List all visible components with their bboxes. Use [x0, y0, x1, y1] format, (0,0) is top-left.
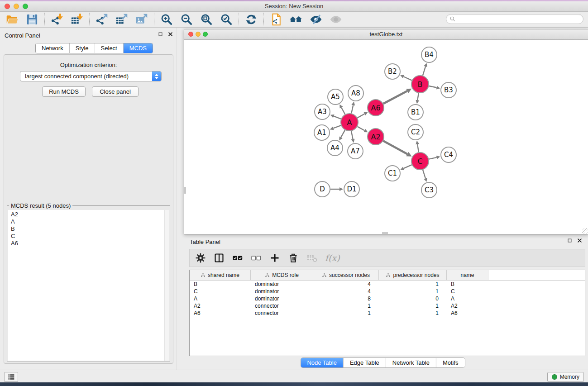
- table-cell[interactable]: 1: [379, 310, 447, 316]
- run-mcds-button[interactable]: Run MCDS: [42, 86, 86, 97]
- table-cell[interactable]: 1: [379, 281, 447, 287]
- maximize-window-button[interactable]: [23, 4, 28, 9]
- close-panel-icon[interactable]: [168, 32, 173, 37]
- result-scrollbar[interactable]: [164, 210, 169, 361]
- export-network-icon[interactable]: [96, 13, 108, 26]
- table-row[interactable]: Cdominator41C: [190, 288, 585, 295]
- table-cell[interactable]: A2: [190, 303, 251, 309]
- mcds-result-item[interactable]: A: [8, 218, 169, 225]
- network-window-titlebar[interactable]: testGlobe.txt: [184, 29, 588, 40]
- graph-node-B[interactable]: B: [411, 76, 429, 93]
- table-row[interactable]: Adominator80A: [190, 295, 585, 302]
- table-cell[interactable]: 4: [313, 288, 379, 295]
- close-panel-button[interactable]: Close panel: [92, 86, 139, 97]
- tab-node-table[interactable]: Node Table: [301, 358, 343, 367]
- memory-button[interactable]: Memory: [547, 372, 584, 382]
- select-all-columns-icon[interactable]: [232, 253, 243, 263]
- unselect-all-columns-icon[interactable]: [251, 253, 262, 263]
- table-cell[interactable]: A6: [447, 310, 488, 316]
- task-history-button[interactable]: [5, 372, 18, 382]
- graph-node-A5[interactable]: A5: [328, 89, 343, 105]
- graph-node-D[interactable]: D: [315, 181, 330, 197]
- home-icon[interactable]: [290, 13, 302, 26]
- table-cell[interactable]: 1: [313, 303, 379, 309]
- graph-node-A8[interactable]: A8: [348, 86, 363, 101]
- table-cell[interactable]: connector: [251, 310, 313, 316]
- zoom-fit-icon[interactable]: [200, 13, 213, 26]
- show-graphics-icon[interactable]: [330, 13, 342, 26]
- save-session-icon[interactable]: [26, 13, 38, 26]
- zoom-selected-icon[interactable]: [220, 13, 233, 26]
- network-minimize-button[interactable]: [196, 32, 201, 37]
- column-header-MCDS-role[interactable]: MCDS role: [251, 270, 313, 280]
- tab-network-table[interactable]: Network Table: [386, 358, 436, 367]
- tab-mcds[interactable]: MCDS: [123, 43, 153, 53]
- tab-edge-table[interactable]: Edge Table: [343, 358, 386, 367]
- show-columns-icon[interactable]: [214, 253, 225, 263]
- column-header-shared-name[interactable]: shared name: [190, 270, 251, 280]
- close-window-button[interactable]: [5, 4, 10, 9]
- graph-node-A[interactable]: A: [341, 114, 358, 131]
- open-session-file-icon[interactable]: [270, 13, 282, 26]
- mcds-result-item[interactable]: A2: [8, 211, 169, 218]
- table-cell[interactable]: 1: [379, 288, 447, 295]
- table-cell[interactable]: 0: [379, 295, 447, 302]
- zoom-out-icon[interactable]: [180, 13, 193, 26]
- function-builder-icon[interactable]: f(x): [325, 253, 340, 263]
- hide-graphics-icon[interactable]: [310, 13, 322, 26]
- table-cell[interactable]: connector: [251, 303, 313, 309]
- table-row[interactable]: Bdominator41B: [190, 281, 585, 288]
- network-maximize-button[interactable]: [203, 32, 208, 37]
- column-header-predecessor-nodes[interactable]: predecessor nodes: [379, 270, 447, 280]
- float-panel-icon[interactable]: [567, 238, 572, 243]
- export-image-icon[interactable]: [135, 13, 148, 26]
- table-cell[interactable]: C: [447, 288, 488, 295]
- table-cell[interactable]: A: [447, 295, 488, 302]
- search-input[interactable]: [456, 15, 580, 23]
- graph-node-C[interactable]: C: [411, 152, 429, 170]
- close-panel-icon[interactable]: [577, 238, 582, 243]
- table-cell[interactable]: A6: [190, 310, 251, 316]
- tab-motifs[interactable]: Motifs: [436, 358, 465, 367]
- search-field[interactable]: [446, 14, 583, 24]
- import-table-icon[interactable]: [71, 13, 83, 26]
- optimization-criterion-dropdown[interactable]: largest connected component (directed): [20, 71, 162, 81]
- graph-node-B1[interactable]: B1: [408, 105, 423, 120]
- graph-node-A1[interactable]: A1: [314, 125, 330, 140]
- mcds-result-item[interactable]: C: [8, 233, 169, 240]
- float-panel-icon[interactable]: [158, 32, 163, 37]
- graph-node-D1[interactable]: D1: [344, 181, 359, 197]
- column-header-successor-nodes[interactable]: successor nodes: [313, 270, 379, 280]
- table-cell[interactable]: A2: [447, 303, 488, 309]
- table-cell[interactable]: 1: [379, 303, 447, 309]
- table-cell[interactable]: C: [190, 288, 251, 295]
- tab-select[interactable]: Select: [95, 43, 123, 53]
- tab-network[interactable]: Network: [36, 43, 69, 53]
- graph-node-B3[interactable]: B3: [441, 82, 456, 98]
- graph-node-C4[interactable]: C4: [441, 147, 456, 162]
- refresh-icon[interactable]: [245, 13, 258, 26]
- table-cell[interactable]: dominator: [251, 288, 313, 295]
- export-table-icon[interactable]: [115, 13, 128, 26]
- mcds-result-item[interactable]: A6: [8, 240, 169, 247]
- tab-style[interactable]: Style: [69, 43, 95, 53]
- vertical-scroll-thumb[interactable]: [184, 187, 186, 194]
- network-close-button[interactable]: [188, 32, 193, 37]
- mcds-result-item[interactable]: B: [8, 225, 169, 233]
- table-cell[interactable]: 8: [313, 295, 379, 302]
- table-cell[interactable]: 4: [313, 281, 379, 287]
- graph-node-A7[interactable]: A7: [348, 143, 363, 159]
- graph-node-C1[interactable]: C1: [385, 166, 400, 181]
- table-cell[interactable]: B: [447, 281, 488, 287]
- table-cell[interactable]: A: [190, 295, 251, 302]
- table-settings-gear-icon[interactable]: [195, 253, 206, 263]
- graph-node-B4[interactable]: B4: [421, 47, 437, 62]
- window-resize-grip[interactable]: [582, 228, 588, 234]
- graph-node-C3[interactable]: C3: [421, 182, 437, 198]
- graph-node-A4[interactable]: A4: [327, 140, 343, 156]
- open-folder-icon[interactable]: [6, 13, 19, 26]
- delete-table-icon[interactable]: [306, 253, 317, 263]
- graph-node-A2[interactable]: A2: [368, 129, 384, 145]
- zoom-in-icon[interactable]: [160, 13, 173, 26]
- network-canvas[interactable]: B4B2BB3A5A8A6A3B1AA1C2A2A4A7CC4C1C3DD1: [184, 40, 588, 234]
